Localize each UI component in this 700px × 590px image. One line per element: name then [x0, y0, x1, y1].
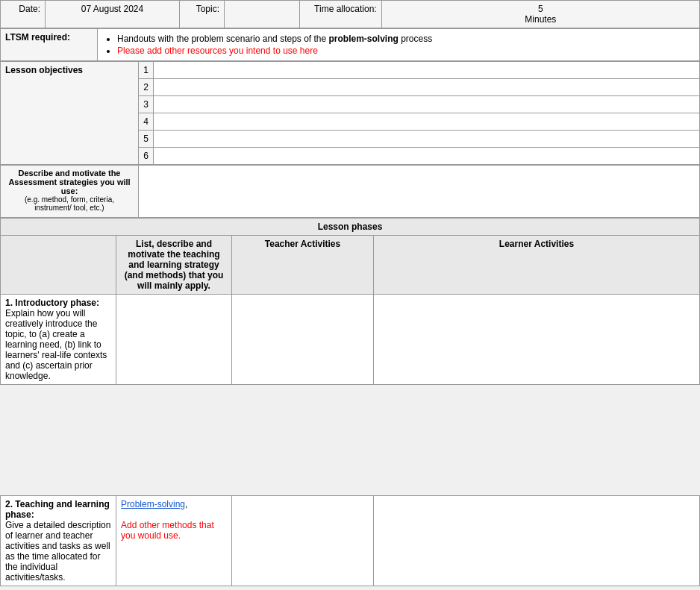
phase2-teacher[interactable] — [232, 496, 374, 586]
assessment-table: Describe and motivate the Assessment str… — [0, 165, 700, 218]
obj-content-5[interactable] — [154, 131, 700, 148]
ltsm-label: LTSM required: — [1, 29, 98, 61]
col-learner-header: Learner Activities — [374, 236, 700, 295]
ltsm-item-1: Handouts with the problem scenario and s… — [117, 34, 695, 44]
obj-content-3[interactable] — [154, 96, 700, 113]
ltsm-table: LTSM required: Handouts with the problem… — [0, 28, 700, 61]
lesson-phases-header: Lesson phases — [1, 219, 700, 236]
page-gap — [0, 391, 700, 495]
phase1-teacher[interactable] — [232, 295, 374, 385]
topic-label: Topic: — [180, 1, 225, 28]
phase2-row: 2. Teaching and learning phase: Give a d… — [1, 496, 700, 586]
assessment-content[interactable] — [139, 166, 700, 218]
lesson-phases-header-row: Lesson phases — [1, 219, 700, 236]
obj-num-1: 1 — [139, 62, 154, 79]
assessment-label: Describe and motivate the Assessment str… — [1, 166, 139, 218]
obj-num-5: 5 — [139, 131, 154, 148]
col-strategy-header: List, describe and motivate the teaching… — [116, 236, 232, 295]
time-label: Time allocation: — [299, 1, 381, 28]
obj-num-3: 3 — [139, 96, 154, 113]
date-label: Date: — [1, 1, 46, 28]
objectives-label: Lesson objectives — [1, 62, 139, 165]
col-teacher-header: Teacher Activities — [232, 236, 374, 295]
phase2-learner[interactable] — [374, 496, 700, 586]
phase2-label: 2. Teaching and learning phase: Give a d… — [1, 496, 116, 586]
phase2-table: 2. Teaching and learning phase: Give a d… — [0, 495, 700, 586]
phase1-learner[interactable] — [374, 295, 700, 385]
obj-content-6[interactable] — [154, 148, 700, 165]
columns-header-row: List, describe and motivate the teaching… — [1, 236, 700, 295]
objectives-table: Lesson objectives 1 2 3 4 5 6 — [0, 61, 700, 165]
time-minutes: 5 Minutes — [381, 1, 699, 28]
ltsm-row: LTSM required: Handouts with the problem… — [1, 29, 700, 61]
obj-num-6: 6 — [139, 148, 154, 165]
phase1-title: 1. Introductory phase: — [5, 298, 111, 308]
ltsm-content: Handouts with the problem scenario and s… — [98, 29, 700, 61]
objectives-row-1: Lesson objectives 1 — [1, 62, 700, 79]
phase2-strategy-extra: Add other methods that you would use. — [121, 520, 227, 541]
obj-num-2: 2 — [139, 79, 154, 96]
phase2-strategy-main: Problem-solving, — [121, 499, 227, 509]
assessment-title: Describe and motivate the Assessment str… — [5, 169, 134, 195]
phase1-row: 1. Introductory phase: Explain how you w… — [1, 295, 700, 385]
ltsm-list: Handouts with the problem scenario and s… — [102, 34, 695, 56]
col-phase-header — [1, 236, 116, 295]
phase2-strategy[interactable]: Problem-solving, Add other methods that … — [116, 496, 232, 586]
obj-content-1[interactable] — [154, 62, 700, 79]
lesson-phases-table: Lesson phases List, describe and motivat… — [0, 218, 700, 385]
topic-value[interactable] — [225, 1, 300, 28]
assessment-row: Describe and motivate the Assessment str… — [1, 166, 700, 218]
phase1-desc: Explain how you will creatively introduc… — [5, 308, 111, 381]
phase2-desc: Give a detailed description of learner a… — [5, 520, 111, 583]
assessment-subtitle: (e.g. method, form, criteria, instrument… — [5, 195, 134, 212]
page-2: 2. Teaching and learning phase: Give a d… — [0, 495, 700, 586]
phase1-strategy[interactable] — [116, 295, 232, 385]
phase2-title: 2. Teaching and learning phase: — [5, 499, 111, 520]
date-topic-row: Date: 07 August 2024 Topic: Time allocat… — [1, 1, 700, 28]
phase1-label: 1. Introductory phase: Explain how you w… — [1, 295, 116, 385]
date-value: 07 August 2024 — [46, 1, 180, 28]
ltsm-item-2: Please add other resources you intend to… — [117, 45, 695, 56]
header-table: Date: 07 August 2024 Topic: Time allocat… — [0, 0, 700, 28]
obj-num-4: 4 — [139, 113, 154, 131]
obj-content-2[interactable] — [154, 79, 700, 96]
obj-content-4[interactable] — [154, 113, 700, 131]
page-1: Date: 07 August 2024 Topic: Time allocat… — [0, 0, 700, 385]
